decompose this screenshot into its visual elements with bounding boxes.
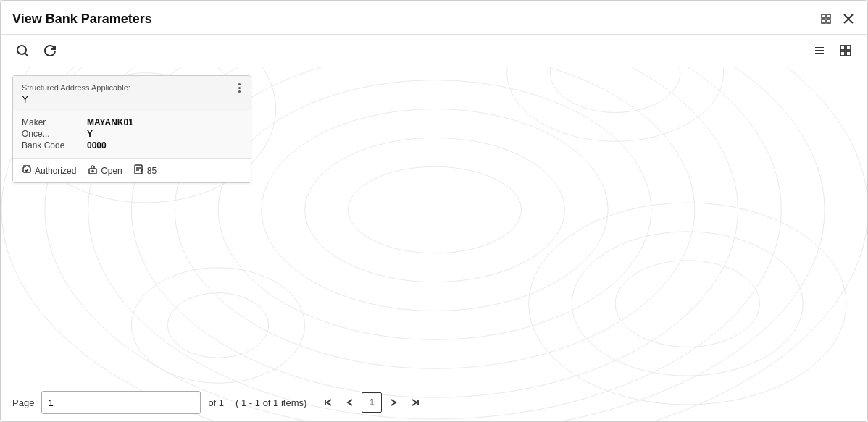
svg-point-25: [17, 46, 26, 54]
card-header-info: Structured Address Applicable: Y: [22, 83, 237, 105]
cards-container: Structured Address Applicable: Y Maker M…: [12, 75, 856, 183]
bank-param-card: Structured Address Applicable: Y Maker M…: [12, 75, 251, 183]
open-item: Open: [88, 164, 122, 177]
authorized-icon: [22, 164, 32, 177]
once-value: Y: [87, 129, 93, 139]
bankcode-value: 0000: [87, 140, 107, 151]
search-button[interactable]: [12, 41, 33, 61]
card-menu-button[interactable]: [237, 83, 242, 93]
close-button[interactable]: [841, 12, 856, 26]
maximize-button[interactable]: [818, 11, 834, 27]
maker-value: MAYANK01: [87, 117, 133, 127]
page-label: Page: [12, 397, 34, 408]
toolbar-left: [12, 41, 60, 61]
card-row-maker: Maker MAYANK01: [22, 117, 242, 127]
card-header-value: Y: [22, 93, 237, 105]
svg-rect-34: [846, 46, 851, 50]
authorized-item: Authorized: [22, 164, 76, 177]
open-icon: [88, 164, 98, 177]
card-footer: Authorized Open: [13, 158, 251, 182]
last-page-button[interactable]: [405, 392, 425, 413]
dot1: [238, 83, 241, 85]
toolbar: [1, 35, 867, 67]
window-controls: [818, 11, 856, 27]
svg-point-40: [92, 171, 93, 172]
toolbar-right: [809, 41, 856, 61]
next-page-button[interactable]: [383, 392, 404, 413]
svg-line-26: [25, 54, 29, 57]
view-bank-parameters-window: View Bank Parameters: [0, 0, 868, 422]
card-row-bankcode: Bank Code 0000: [22, 140, 242, 151]
of-label: of 1: [208, 397, 224, 408]
grid-view-button[interactable]: [835, 41, 856, 61]
maker-label: Maker: [22, 117, 87, 127]
svg-rect-41: [135, 165, 142, 174]
pagination-nav: 1: [318, 392, 425, 413]
svg-rect-20: [827, 14, 830, 18]
list-view-button[interactable]: [809, 41, 830, 61]
dot2: [238, 87, 241, 89]
content-area: Structured Address Applicable: Y Maker M…: [1, 67, 867, 384]
dot3: [238, 90, 241, 93]
svg-rect-19: [822, 14, 825, 18]
svg-rect-21: [822, 20, 825, 23]
card-row-once: Once... Y: [22, 129, 242, 139]
card-body: Maker MAYANK01 Once... Y Bank Code 0000: [13, 111, 251, 158]
authorized-label: Authorized: [35, 166, 76, 176]
svg-rect-35: [840, 51, 845, 56]
edit-count-item: 85: [134, 164, 157, 177]
page-input[interactable]: [41, 391, 201, 414]
once-label: Once...: [22, 129, 87, 139]
page-number: 1: [370, 397, 375, 408]
prev-page-button[interactable]: [340, 392, 360, 413]
svg-rect-22: [827, 20, 830, 23]
svg-rect-33: [840, 46, 845, 50]
items-info: ( 1 - 1 of 1 items): [235, 397, 306, 408]
card-header: Structured Address Applicable: Y: [13, 76, 251, 111]
svg-rect-39: [89, 169, 96, 174]
window-header: View Bank Parameters: [1, 1, 867, 35]
edit-icon: [134, 164, 144, 177]
refresh-button[interactable]: [40, 41, 60, 61]
open-label: Open: [101, 166, 122, 176]
window-title: View Bank Parameters: [12, 12, 152, 27]
page-1-button[interactable]: 1: [362, 392, 382, 413]
pagination-bar: Page of 1 ( 1 - 1 of 1 items) 1: [1, 384, 867, 421]
svg-rect-36: [846, 51, 851, 56]
first-page-button[interactable]: [318, 392, 338, 413]
bankcode-label: Bank Code: [22, 140, 87, 151]
edit-count-label: 85: [147, 166, 157, 176]
card-header-label: Structured Address Applicable:: [22, 83, 237, 92]
